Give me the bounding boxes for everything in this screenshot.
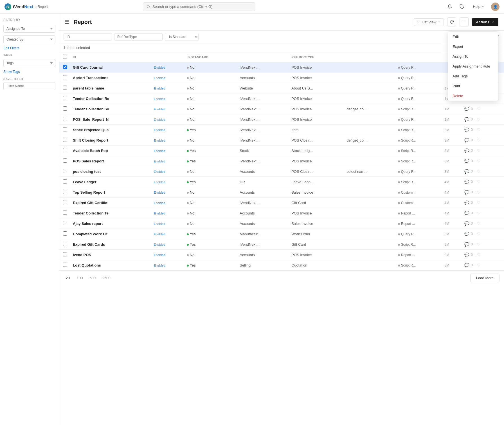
row-checkbox[interactable] (63, 117, 67, 121)
like-icon[interactable]: ♡ (477, 180, 481, 184)
row-checkbox[interactable] (63, 263, 67, 267)
row-checkbox-cell[interactable] (59, 83, 70, 93)
edit-filters-link[interactable]: Edit Filters (3, 46, 55, 50)
row-id[interactable]: Leave Ledger (70, 177, 151, 187)
page-size-100[interactable]: 100 (74, 275, 85, 281)
row-checkbox[interactable] (63, 231, 67, 236)
like-icon[interactable]: ♡ (477, 190, 481, 194)
row-checkbox[interactable] (63, 148, 67, 152)
like-icon[interactable]: ♡ (477, 148, 481, 153)
menu-icon[interactable]: ☰ (65, 19, 69, 25)
notifications-icon[interactable] (445, 2, 454, 11)
row-checkbox-cell[interactable] (59, 208, 70, 218)
comment-icon[interactable]: 💬 (464, 138, 469, 142)
row-id[interactable]: Ajay Sales report (70, 218, 151, 229)
help-button[interactable]: Help (470, 3, 488, 10)
row-id[interactable]: Lost Quotations (70, 260, 151, 270)
comment-icon[interactable]: 💬 (464, 242, 469, 247)
row-id[interactable]: Tender Collection So (70, 104, 151, 114)
row-checkbox[interactable] (63, 96, 67, 100)
row-checkbox-cell[interactable] (59, 104, 70, 114)
more-options-button[interactable] (460, 17, 469, 26)
row-id[interactable]: POS_Sale_Report_N (70, 114, 151, 125)
comment-icon[interactable]: 💬 (464, 107, 469, 111)
tags-filter[interactable]: Tags (3, 59, 55, 67)
row-checkbox-cell[interactable] (59, 114, 70, 125)
user-avatar[interactable]: 👤 (491, 3, 500, 11)
row-checkbox[interactable] (63, 127, 67, 131)
search-bar[interactable] (143, 2, 255, 11)
row-id[interactable]: Ivend POS (70, 250, 151, 260)
like-icon[interactable]: ♡ (477, 252, 481, 257)
like-icon[interactable]: ♡ (477, 221, 481, 226)
refresh-button[interactable] (447, 17, 456, 26)
page-size-500[interactable]: 500 (87, 275, 98, 281)
row-checkbox[interactable] (63, 169, 67, 173)
row-id[interactable]: Top Selling Report (70, 187, 151, 198)
comment-icon[interactable]: 💬 (464, 221, 469, 226)
comment-icon[interactable]: 💬 (464, 200, 469, 205)
row-id[interactable]: parent table name (70, 83, 151, 93)
row-checkbox-cell[interactable] (59, 135, 70, 146)
like-icon[interactable]: ♡ (477, 138, 481, 142)
row-id[interactable]: Expired Gift Cards (70, 239, 151, 250)
load-more-button[interactable]: Load More (470, 274, 500, 282)
like-icon[interactable]: ♡ (477, 128, 481, 132)
row-id[interactable]: Completed Work Or (70, 229, 151, 239)
comment-icon[interactable]: 💬 (464, 211, 469, 215)
row-checkbox[interactable] (63, 65, 67, 69)
comment-icon[interactable]: 💬 (464, 232, 469, 236)
row-checkbox[interactable] (63, 75, 67, 79)
row-checkbox-cell[interactable] (59, 62, 70, 73)
filter-name-input[interactable] (3, 82, 55, 90)
row-checkbox[interactable] (63, 138, 67, 142)
like-icon[interactable]: ♡ (477, 200, 481, 205)
dropdown-add-tags[interactable]: Add Tags (448, 71, 498, 81)
row-checkbox[interactable] (63, 190, 67, 194)
like-icon[interactable]: ♡ (477, 169, 481, 174)
row-checkbox[interactable] (63, 252, 67, 256)
actions-button[interactable]: Actions (472, 18, 498, 26)
dropdown-apply-assignment-rule[interactable]: Apply Assignment Rule (448, 61, 498, 71)
row-id[interactable]: Stock Projected Qua (70, 125, 151, 135)
assigned-to-filter[interactable]: Assigned To (3, 25, 55, 33)
row-id[interactable]: Tender Collection Te (70, 208, 151, 218)
row-id[interactable]: Gift Card Journal (70, 62, 151, 73)
search-input[interactable] (152, 5, 252, 9)
like-icon[interactable]: ♡ (477, 263, 481, 267)
row-checkbox[interactable] (63, 221, 67, 225)
row-checkbox[interactable] (63, 179, 67, 184)
comment-icon[interactable]: 💬 (464, 117, 469, 122)
page-size-2500[interactable]: 2500 (100, 275, 113, 281)
row-checkbox-cell[interactable] (59, 166, 70, 177)
id-filter-field[interactable] (64, 33, 112, 41)
row-checkbox-cell[interactable] (59, 93, 70, 104)
row-id[interactable]: Expired Gift Certific (70, 198, 151, 208)
tags-icon[interactable] (458, 2, 467, 11)
comment-icon[interactable]: 💬 (464, 148, 469, 153)
row-checkbox-cell[interactable] (59, 239, 70, 250)
row-checkbox[interactable] (63, 242, 67, 246)
comment-icon[interactable]: 💬 (464, 159, 469, 163)
row-id[interactable]: Shift Closing Report (70, 135, 151, 146)
select-all-checkbox[interactable] (63, 55, 67, 59)
show-tags-link[interactable]: Show Tags (3, 70, 55, 74)
row-checkbox-cell[interactable] (59, 250, 70, 260)
is-standard-filter-field[interactable]: Is Standard Yes No (165, 33, 199, 41)
select-all-header[interactable] (59, 52, 70, 62)
like-icon[interactable]: ♡ (477, 232, 481, 236)
row-checkbox-cell[interactable] (59, 218, 70, 229)
comment-icon[interactable]: 💬 (464, 190, 469, 194)
row-id[interactable]: pos closing test (70, 166, 151, 177)
row-checkbox[interactable] (63, 211, 67, 215)
like-icon[interactable]: ♡ (477, 117, 481, 122)
comment-icon[interactable]: 💬 (464, 180, 469, 184)
dropdown-delete[interactable]: Delete (448, 91, 498, 101)
list-view-toggle[interactable]: List View (414, 18, 444, 26)
page-size-20[interactable]: 20 (64, 275, 72, 281)
row-id[interactable]: Available Batch Rep (70, 146, 151, 156)
row-checkbox-cell[interactable] (59, 187, 70, 198)
ref-doctype-filter-field[interactable] (114, 33, 163, 41)
like-icon[interactable]: ♡ (477, 107, 481, 111)
row-checkbox-cell[interactable] (59, 125, 70, 135)
